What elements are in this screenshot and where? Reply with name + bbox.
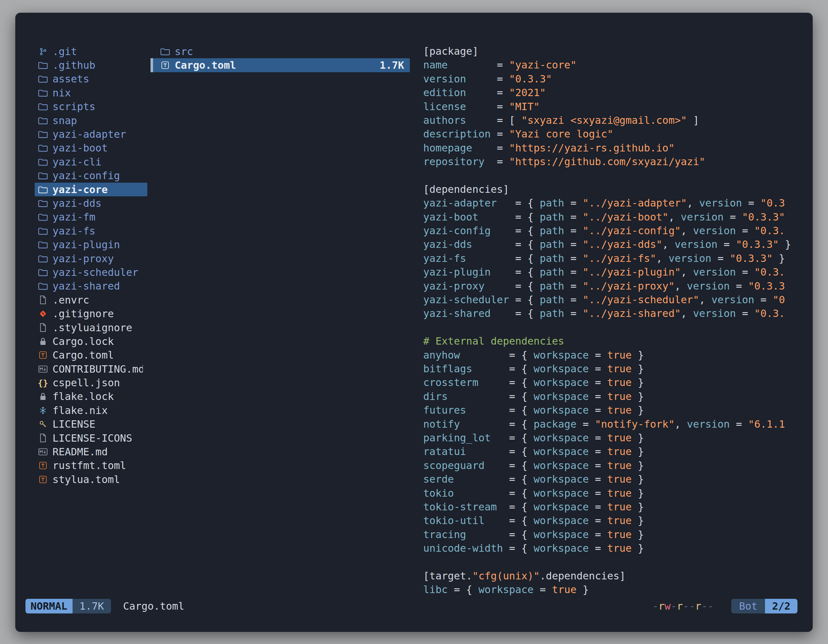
preview-line: serde = { workspace = true } bbox=[423, 473, 802, 486]
preview-line: yazi-dds = { path = "../yazi-dds", versi… bbox=[423, 238, 802, 251]
toml-icon bbox=[37, 349, 49, 361]
file-row-yazi-dds[interactable]: yazi-dds bbox=[34, 196, 147, 210]
preview-line: tokio = { workspace = true } bbox=[423, 486, 802, 500]
file-name: snap bbox=[52, 114, 77, 127]
file-row-license[interactable]: LICENSE bbox=[34, 417, 147, 431]
file-row-yazi-scheduler[interactable]: yazi-scheduler bbox=[34, 265, 147, 279]
file-name: yazi-core bbox=[52, 183, 108, 196]
folder-icon bbox=[37, 156, 49, 168]
file-name: cspell.json bbox=[52, 377, 120, 389]
preview-line bbox=[423, 555, 802, 569]
file-row-flake.lock[interactable]: flake.lock bbox=[34, 390, 147, 403]
file-row-stylua.toml[interactable]: stylua.toml bbox=[34, 473, 147, 486]
file-row-src[interactable]: src bbox=[151, 45, 410, 58]
file-name: LICENSE-ICONS bbox=[52, 432, 132, 444]
preview-line: tracing = { workspace = true } bbox=[423, 528, 802, 542]
file-name: rustfmt.toml bbox=[52, 459, 126, 472]
file-size-badge: 1.7K bbox=[72, 599, 111, 613]
file-name: yazi-adapter bbox=[52, 128, 126, 140]
folder-icon bbox=[37, 225, 49, 237]
markdown-icon bbox=[37, 364, 49, 375]
file-row-yazi-shared[interactable]: yazi-shared bbox=[34, 279, 147, 293]
file-row-.styluaignore[interactable]: .styluaignore bbox=[34, 321, 147, 334]
file-icon bbox=[37, 432, 49, 444]
file-name: yazi-config bbox=[52, 169, 120, 182]
file-row-snap[interactable]: snap bbox=[34, 114, 147, 127]
file-name: flake.lock bbox=[52, 390, 114, 403]
preview-line: name = "yazi-core" bbox=[423, 58, 802, 72]
file-row-yazi-config[interactable]: yazi-config bbox=[34, 169, 147, 183]
folder-icon bbox=[37, 253, 49, 265]
file-name: .github bbox=[52, 59, 96, 71]
folder-icon bbox=[37, 170, 49, 181]
file-row-cspell.json[interactable]: {}cspell.json bbox=[34, 376, 147, 389]
file-name: nix bbox=[52, 87, 71, 99]
file-name: scripts bbox=[52, 100, 96, 113]
file-row-yazi-fs[interactable]: yazi-fs bbox=[34, 224, 147, 238]
file-name: .envrc bbox=[52, 294, 89, 306]
file-name: yazi-fs bbox=[52, 225, 96, 237]
file-row-nix[interactable]: nix bbox=[34, 86, 147, 100]
lock-icon bbox=[37, 336, 49, 347]
folder-icon bbox=[37, 73, 49, 85]
file-row-scripts[interactable]: scripts bbox=[34, 100, 147, 114]
preview-line: yazi-scheduler = { path = "../yazi-sched… bbox=[423, 293, 802, 307]
file-row-assets[interactable]: assets bbox=[34, 72, 147, 86]
nix-icon bbox=[37, 405, 49, 416]
folder-icon bbox=[37, 280, 49, 292]
cursor-counter-badge: 2/2 bbox=[765, 599, 797, 613]
file-name: src bbox=[175, 45, 193, 58]
preview-line: unicode-width = { workspace = true } bbox=[423, 542, 802, 555]
json-icon: {} bbox=[37, 377, 49, 389]
file-row-yazi-plugin[interactable]: yazi-plugin bbox=[34, 238, 147, 251]
folder-icon bbox=[37, 266, 49, 278]
current-pane[interactable]: srcCargo.toml1.7K bbox=[151, 45, 410, 72]
file-row-rustfmt.toml[interactable]: rustfmt.toml bbox=[34, 459, 147, 473]
file-manager-panes: .git.githubassetsnixscriptssnapyazi-adap… bbox=[15, 13, 813, 599]
file-row-yazi-boot[interactable]: yazi-boot bbox=[34, 141, 147, 155]
preview-line: [package] bbox=[423, 45, 802, 58]
file-row-yazi-adapter[interactable]: yazi-adapter bbox=[34, 127, 147, 141]
scroll-position-badge: Bot bbox=[731, 599, 765, 613]
preview-line: tokio-stream = { workspace = true } bbox=[423, 500, 802, 514]
file-row-license-icons[interactable]: LICENSE-ICONS bbox=[34, 431, 147, 445]
file-row-.git[interactable]: .git bbox=[34, 45, 147, 58]
file-name: yazi-boot bbox=[52, 142, 108, 154]
parent-pane[interactable]: .git.githubassetsnixscriptssnapyazi-adap… bbox=[34, 45, 147, 486]
file-row-cargo.toml[interactable]: Cargo.toml1.7K bbox=[151, 58, 410, 72]
file-name: LICENSE bbox=[52, 418, 96, 430]
terminal-window: .git.githubassetsnixscriptssnapyazi-adap… bbox=[15, 13, 813, 632]
file-row-cargo.toml[interactable]: Cargo.toml bbox=[34, 348, 147, 362]
file-row-readme.md[interactable]: README.md bbox=[34, 445, 147, 459]
file-name: CONTRIBUTING.md bbox=[52, 363, 143, 375]
file-icon bbox=[37, 294, 49, 306]
preview-line: yazi-plugin = { path = "../yazi-plugin",… bbox=[423, 265, 802, 279]
preview-line: anyhow = { workspace = true } bbox=[423, 348, 802, 362]
preview-line: yazi-proxy = { path = "../yazi-proxy", v… bbox=[423, 279, 802, 293]
file-row-yazi-cli[interactable]: yazi-cli bbox=[34, 155, 147, 169]
file-name: .gitignore bbox=[52, 308, 114, 320]
file-row-contributing.md[interactable]: CONTRIBUTING.md bbox=[34, 362, 147, 376]
file-row-yazi-proxy[interactable]: yazi-proxy bbox=[34, 252, 147, 265]
preview-line bbox=[423, 321, 802, 334]
folder-icon bbox=[37, 87, 49, 99]
file-row-yazi-core[interactable]: yazi-core bbox=[34, 183, 147, 196]
preview-line: # External dependencies bbox=[423, 334, 802, 348]
file-row-.envrc[interactable]: .envrc bbox=[34, 293, 147, 307]
file-row-flake.nix[interactable]: flake.nix bbox=[34, 403, 147, 417]
preview-line: homepage = "https://yazi-rs.github.io" bbox=[423, 141, 802, 155]
preview-line: libc = { workspace = true } bbox=[423, 583, 802, 597]
folder-icon bbox=[37, 197, 49, 209]
preview-line: futures = { workspace = true } bbox=[423, 403, 802, 417]
file-row-cargo.lock[interactable]: Cargo.lock bbox=[34, 334, 147, 348]
file-row-.gitignore[interactable]: .gitignore bbox=[34, 307, 147, 320]
preview-pane[interactable]: [package]name = "yazi-core"version = "0.… bbox=[423, 45, 802, 597]
file-row-yazi-fm[interactable]: yazi-fm bbox=[34, 210, 147, 224]
status-bar: NORMAL 1.7K Cargo.toml -rw-r--r-- Bot 2/… bbox=[25, 599, 797, 613]
toml-icon bbox=[37, 474, 49, 485]
file-row-.github[interactable]: .github bbox=[34, 58, 147, 72]
file-name: flake.nix bbox=[52, 404, 108, 417]
file-name: yazi-scheduler bbox=[52, 266, 138, 278]
preview-line: authors = [ "sxyazi <sxyazi@gmail.com>" … bbox=[423, 114, 802, 127]
preview-line: bitflags = { workspace = true } bbox=[423, 362, 802, 376]
